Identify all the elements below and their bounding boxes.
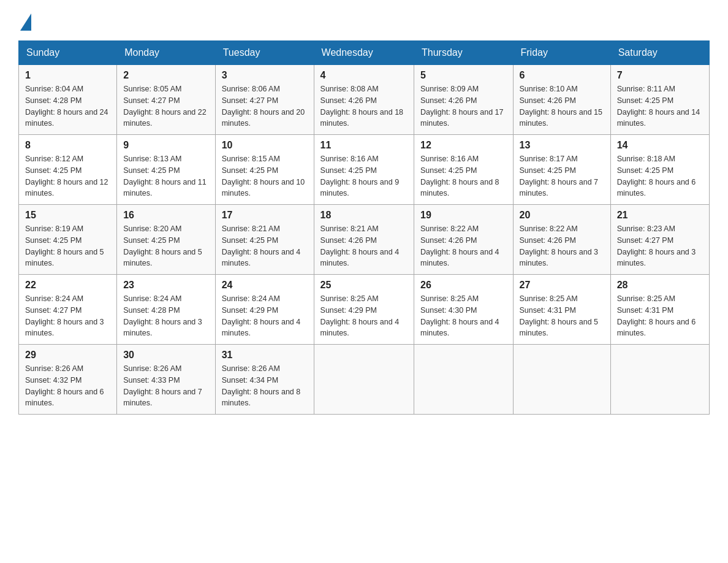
calendar-day-header: Saturday: [610, 41, 709, 65]
calendar-cell: 28 Sunrise: 8:25 AMSunset: 4:31 PMDaylig…: [610, 275, 709, 345]
logo: [18, 12, 31, 28]
day-info: Sunrise: 8:25 AMSunset: 4:29 PMDaylight:…: [320, 293, 408, 339]
day-info: Sunrise: 8:19 AMSunset: 4:25 PMDaylight:…: [25, 223, 110, 269]
day-info: Sunrise: 8:25 AMSunset: 4:31 PMDaylight:…: [617, 293, 703, 339]
calendar-week-row: 1 Sunrise: 8:04 AMSunset: 4:28 PMDayligh…: [19, 65, 710, 135]
day-number: 9: [123, 140, 208, 151]
day-number: 28: [617, 280, 703, 291]
calendar-cell: 25 Sunrise: 8:25 AMSunset: 4:29 PMDaylig…: [314, 275, 414, 345]
calendar-cell: 9 Sunrise: 8:13 AMSunset: 4:25 PMDayligh…: [117, 135, 215, 205]
calendar-cell: [414, 345, 513, 415]
day-number: 8: [25, 140, 110, 151]
day-number: 6: [520, 70, 604, 81]
day-number: 1: [25, 70, 110, 81]
day-info: Sunrise: 8:22 AMSunset: 4:26 PMDaylight:…: [520, 223, 604, 269]
calendar-cell: 31 Sunrise: 8:26 AMSunset: 4:34 PMDaylig…: [215, 345, 314, 415]
day-info: Sunrise: 8:26 AMSunset: 4:34 PMDaylight:…: [222, 363, 308, 409]
calendar-cell: 15 Sunrise: 8:19 AMSunset: 4:25 PMDaylig…: [19, 205, 117, 275]
day-info: Sunrise: 8:04 AMSunset: 4:28 PMDaylight:…: [25, 83, 110, 129]
day-info: Sunrise: 8:08 AMSunset: 4:26 PMDaylight:…: [320, 83, 408, 129]
day-info: Sunrise: 8:05 AMSunset: 4:27 PMDaylight:…: [123, 83, 208, 129]
day-info: Sunrise: 8:26 AMSunset: 4:32 PMDaylight:…: [25, 363, 110, 409]
calendar-day-header: Sunday: [19, 41, 117, 65]
calendar-cell: 1 Sunrise: 8:04 AMSunset: 4:28 PMDayligh…: [19, 65, 117, 135]
day-number: 7: [617, 70, 703, 81]
day-number: 30: [123, 350, 208, 361]
day-info: Sunrise: 8:09 AMSunset: 4:26 PMDaylight:…: [420, 83, 507, 129]
calendar-week-row: 29 Sunrise: 8:26 AMSunset: 4:32 PMDaylig…: [19, 345, 710, 415]
day-number: 4: [320, 70, 408, 81]
day-info: Sunrise: 8:13 AMSunset: 4:25 PMDaylight:…: [123, 153, 208, 199]
calendar-cell: 12 Sunrise: 8:16 AMSunset: 4:25 PMDaylig…: [414, 135, 513, 205]
calendar-week-row: 22 Sunrise: 8:24 AMSunset: 4:27 PMDaylig…: [19, 275, 710, 345]
day-number: 26: [420, 280, 507, 291]
day-number: 10: [222, 140, 308, 151]
calendar-cell: 4 Sunrise: 8:08 AMSunset: 4:26 PMDayligh…: [314, 65, 414, 135]
day-number: 3: [222, 70, 308, 81]
day-info: Sunrise: 8:06 AMSunset: 4:27 PMDaylight:…: [222, 83, 308, 129]
day-number: 15: [25, 210, 110, 221]
day-number: 27: [520, 280, 604, 291]
day-number: 2: [123, 70, 208, 81]
day-info: Sunrise: 8:23 AMSunset: 4:27 PMDaylight:…: [617, 223, 703, 269]
day-number: 21: [617, 210, 703, 221]
day-info: Sunrise: 8:25 AMSunset: 4:30 PMDaylight:…: [420, 293, 507, 339]
day-number: 23: [123, 280, 208, 291]
calendar-cell: [513, 345, 610, 415]
day-number: 20: [520, 210, 604, 221]
day-number: 5: [420, 70, 507, 81]
calendar-cell: 24 Sunrise: 8:24 AMSunset: 4:29 PMDaylig…: [215, 275, 314, 345]
day-info: Sunrise: 8:16 AMSunset: 4:25 PMDaylight:…: [320, 153, 408, 199]
day-info: Sunrise: 8:10 AMSunset: 4:26 PMDaylight:…: [520, 83, 604, 129]
calendar-cell: 20 Sunrise: 8:22 AMSunset: 4:26 PMDaylig…: [513, 205, 610, 275]
calendar-cell: 30 Sunrise: 8:26 AMSunset: 4:33 PMDaylig…: [117, 345, 215, 415]
day-info: Sunrise: 8:11 AMSunset: 4:25 PMDaylight:…: [617, 83, 703, 129]
day-info: Sunrise: 8:26 AMSunset: 4:33 PMDaylight:…: [123, 363, 208, 409]
logo-triangle-icon: [20, 13, 31, 31]
day-number: 19: [420, 210, 507, 221]
calendar-cell: 21 Sunrise: 8:23 AMSunset: 4:27 PMDaylig…: [610, 205, 709, 275]
calendar-cell: 16 Sunrise: 8:20 AMSunset: 4:25 PMDaylig…: [117, 205, 215, 275]
calendar-cell: 22 Sunrise: 8:24 AMSunset: 4:27 PMDaylig…: [19, 275, 117, 345]
calendar-week-row: 15 Sunrise: 8:19 AMSunset: 4:25 PMDaylig…: [19, 205, 710, 275]
day-number: 17: [222, 210, 308, 221]
day-number: 16: [123, 210, 208, 221]
calendar-day-header: Thursday: [414, 41, 513, 65]
calendar-cell: 10 Sunrise: 8:15 AMSunset: 4:25 PMDaylig…: [215, 135, 314, 205]
calendar-cell: 17 Sunrise: 8:21 AMSunset: 4:25 PMDaylig…: [215, 205, 314, 275]
calendar-cell: 6 Sunrise: 8:10 AMSunset: 4:26 PMDayligh…: [513, 65, 610, 135]
calendar-cell: 11 Sunrise: 8:16 AMSunset: 4:25 PMDaylig…: [314, 135, 414, 205]
day-info: Sunrise: 8:25 AMSunset: 4:31 PMDaylight:…: [520, 293, 604, 339]
calendar-cell: 14 Sunrise: 8:18 AMSunset: 4:25 PMDaylig…: [610, 135, 709, 205]
day-info: Sunrise: 8:15 AMSunset: 4:25 PMDaylight:…: [222, 153, 308, 199]
calendar-day-header: Tuesday: [215, 41, 314, 65]
calendar-cell: 29 Sunrise: 8:26 AMSunset: 4:32 PMDaylig…: [19, 345, 117, 415]
day-number: 29: [25, 350, 110, 361]
calendar-day-header: Wednesday: [314, 41, 414, 65]
calendar-day-header: Monday: [117, 41, 215, 65]
day-info: Sunrise: 8:21 AMSunset: 4:25 PMDaylight:…: [222, 223, 308, 269]
calendar-week-row: 8 Sunrise: 8:12 AMSunset: 4:25 PMDayligh…: [19, 135, 710, 205]
day-info: Sunrise: 8:21 AMSunset: 4:26 PMDaylight:…: [320, 223, 408, 269]
day-number: 25: [320, 280, 408, 291]
calendar-cell: 5 Sunrise: 8:09 AMSunset: 4:26 PMDayligh…: [414, 65, 513, 135]
day-info: Sunrise: 8:24 AMSunset: 4:28 PMDaylight:…: [123, 293, 208, 339]
calendar-cell: 2 Sunrise: 8:05 AMSunset: 4:27 PMDayligh…: [117, 65, 215, 135]
day-number: 24: [222, 280, 308, 291]
calendar-cell: 8 Sunrise: 8:12 AMSunset: 4:25 PMDayligh…: [19, 135, 117, 205]
day-info: Sunrise: 8:24 AMSunset: 4:27 PMDaylight:…: [25, 293, 110, 339]
day-info: Sunrise: 8:20 AMSunset: 4:25 PMDaylight:…: [123, 223, 208, 269]
calendar-cell: 27 Sunrise: 8:25 AMSunset: 4:31 PMDaylig…: [513, 275, 610, 345]
day-number: 14: [617, 140, 703, 151]
day-number: 12: [420, 140, 507, 151]
calendar-cell: 3 Sunrise: 8:06 AMSunset: 4:27 PMDayligh…: [215, 65, 314, 135]
page-header: [18, 12, 710, 28]
day-number: 18: [320, 210, 408, 221]
calendar-cell: 13 Sunrise: 8:17 AMSunset: 4:25 PMDaylig…: [513, 135, 610, 205]
calendar-cell: 23 Sunrise: 8:24 AMSunset: 4:28 PMDaylig…: [117, 275, 215, 345]
calendar-cell: 18 Sunrise: 8:21 AMSunset: 4:26 PMDaylig…: [314, 205, 414, 275]
day-number: 13: [520, 140, 604, 151]
calendar-cell: 19 Sunrise: 8:22 AMSunset: 4:26 PMDaylig…: [414, 205, 513, 275]
day-info: Sunrise: 8:16 AMSunset: 4:25 PMDaylight:…: [420, 153, 507, 199]
calendar-day-header: Friday: [513, 41, 610, 65]
